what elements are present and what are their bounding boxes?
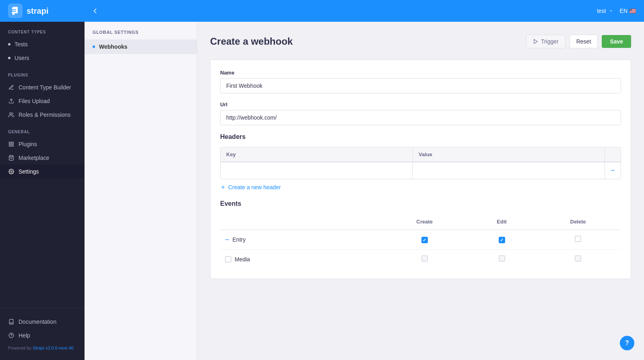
url-label: Url: [220, 101, 621, 108]
sidebar-item-roles-permissions[interactable]: Roles & Permissions: [0, 108, 85, 122]
header-key-input-0[interactable]: [221, 162, 413, 179]
header-actions: Trigger Reset Save: [526, 35, 631, 48]
shopping-icon: [8, 155, 14, 161]
users-icon: [8, 112, 14, 118]
book-icon: [8, 319, 14, 325]
headers-grid: Key Value −: [220, 147, 621, 179]
section-label-general: General: [0, 122, 85, 137]
media-label: Media: [235, 256, 250, 263]
events-title: Events: [220, 200, 621, 207]
header-row-0: −: [221, 162, 621, 179]
topbar-right: test EN 🇺🇸: [597, 8, 644, 14]
url-input[interactable]: [220, 110, 621, 125]
key-col-label: Key: [221, 147, 413, 162]
entry-row-label: − Entry: [225, 236, 376, 243]
user-name: test: [597, 8, 606, 14]
flag-icon: 🇺🇸: [629, 8, 636, 14]
header-delete-button-0[interactable]: −: [605, 162, 621, 179]
sidebar-item-label: Files Upload: [19, 98, 50, 104]
entry-create-checkbox[interactable]: [421, 237, 428, 243]
secondary-item-label: Webhooks: [99, 43, 128, 50]
question-icon: [8, 332, 14, 339]
sidebar-item-marketplace[interactable]: Marketplace: [0, 151, 85, 165]
svg-rect-4: [12, 142, 13, 144]
sidebar-item-tests[interactable]: Tests: [0, 37, 85, 51]
media-row-label: Media: [225, 256, 376, 263]
sidebar-item-label: Documentation: [19, 319, 56, 325]
topbar: strapi test EN 🇺🇸: [0, 0, 644, 22]
svg-point-8: [10, 171, 12, 172]
strapi-version-link[interactable]: Strapi v3.0.0-next.40: [33, 346, 74, 350]
help-fab[interactable]: ?: [620, 336, 634, 350]
upload-icon: [8, 98, 14, 104]
media-create-checkbox[interactable]: [421, 255, 428, 262]
gear-icon: [8, 168, 14, 175]
headers-column-row: Key Value: [221, 147, 621, 162]
secondary-sidebar: Global Settings Webhooks: [85, 22, 197, 360]
create-col: Create: [380, 214, 469, 230]
sidebar-item-label: Help: [19, 332, 30, 339]
secondary-item-webhooks[interactable]: Webhooks: [85, 39, 197, 54]
page-title: Create a webhook: [210, 36, 293, 47]
value-col-label: Value: [413, 147, 605, 162]
user-menu[interactable]: test: [597, 8, 613, 14]
media-collapse-checkbox[interactable]: [225, 256, 231, 263]
sidebar: Content Types Tests Users Plugins Conten…: [0, 22, 85, 360]
sidebar-item-label: Plugins: [19, 141, 37, 147]
headers-section: Headers Key Value − Create a new header: [220, 133, 621, 190]
header-value-input-0[interactable]: [413, 162, 605, 179]
entry-edit-checkbox[interactable]: [499, 237, 505, 243]
powered-by: Powered by Strapi v3.0.0-next.40: [0, 342, 85, 354]
secondary-section-label: Global Settings: [85, 30, 197, 39]
events-section: Events Create Edit Delete −: [220, 200, 621, 269]
entry-collapse-button[interactable]: −: [225, 236, 229, 243]
webhook-form-card: Name Url Headers Key Value −: [210, 60, 631, 279]
sidebar-item-help[interactable]: Help: [0, 329, 85, 342]
media-edit-checkbox[interactable]: [499, 255, 505, 262]
media-delete-checkbox[interactable]: [575, 255, 581, 262]
brand-logo: strapi: [0, 4, 85, 18]
sidebar-item-label: Settings: [19, 168, 39, 175]
sidebar-item-settings[interactable]: Settings: [0, 165, 85, 178]
add-header-button[interactable]: Create a new header: [220, 184, 281, 190]
events-table-header: Create Edit Delete: [220, 214, 621, 230]
main-content: Create a webhook Trigger Reset Save Name…: [197, 22, 644, 360]
table-row: Media: [220, 250, 621, 269]
page-header: Create a webhook Trigger Reset Save: [210, 35, 631, 48]
headers-title: Headers: [220, 133, 621, 141]
save-button[interactable]: Save: [602, 35, 631, 48]
delete-col: Delete: [535, 214, 621, 230]
language-selector[interactable]: EN 🇺🇸: [620, 8, 636, 14]
add-header-label: Create a new header: [228, 184, 281, 190]
event-name-col: [220, 214, 380, 230]
entry-label: Entry: [233, 236, 246, 243]
svg-rect-6: [9, 145, 11, 146]
events-table: Create Edit Delete − Entry: [220, 214, 621, 269]
sidebar-item-label: Tests: [14, 41, 28, 48]
actions-col-label: [605, 147, 621, 162]
sidebar-item-label: Roles & Permissions: [19, 112, 70, 118]
sidebar-item-users[interactable]: Users: [0, 51, 85, 65]
svg-rect-3: [9, 142, 11, 144]
dot-icon: [8, 43, 10, 46]
sidebar-item-content-type-builder[interactable]: Content Type Builder: [0, 81, 85, 94]
sidebar-item-label: Content Type Builder: [19, 84, 71, 91]
sidebar-item-files-upload[interactable]: Files Upload: [0, 94, 85, 108]
back-button[interactable]: [85, 0, 105, 22]
name-input[interactable]: [220, 78, 621, 93]
lang-label: EN: [620, 8, 627, 14]
svg-marker-11: [534, 39, 537, 44]
pencil-icon: [8, 84, 14, 91]
trigger-button[interactable]: Trigger: [526, 35, 566, 48]
url-field-group: Url: [220, 101, 621, 125]
sidebar-item-documentation[interactable]: Documentation: [0, 315, 85, 329]
name-label: Name: [220, 70, 621, 76]
bullet-icon: [93, 46, 95, 48]
svg-point-2: [10, 113, 12, 115]
entry-delete-checkbox[interactable]: [575, 236, 581, 242]
reset-button[interactable]: Reset: [570, 35, 598, 48]
sidebar-item-plugins[interactable]: Plugins: [0, 137, 85, 151]
brand-name: strapi: [27, 6, 48, 16]
edit-col: Edit: [469, 214, 535, 230]
trigger-button-label: Trigger: [541, 38, 559, 45]
